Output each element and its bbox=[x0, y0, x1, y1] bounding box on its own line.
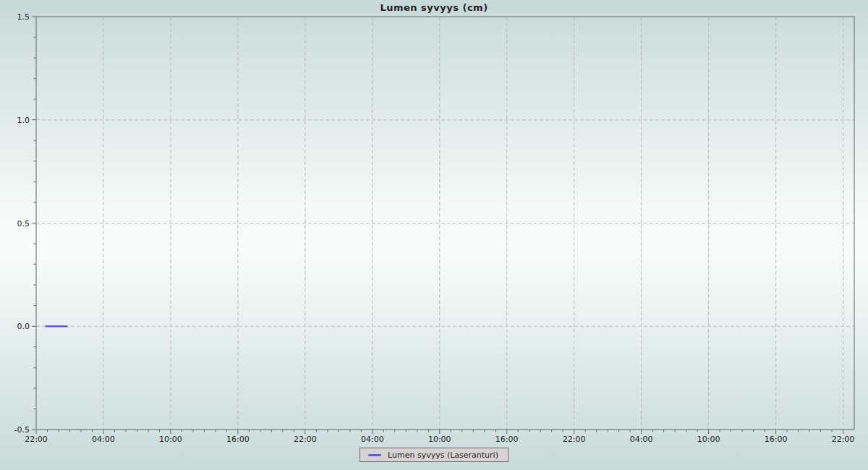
x-tick-label: 04:00 bbox=[92, 435, 115, 444]
x-tick-label: 22:00 bbox=[25, 435, 48, 444]
x-tick-label: 04:00 bbox=[361, 435, 384, 444]
y-tick-label: 0.0 bbox=[17, 322, 30, 331]
y-tick-label: 1.0 bbox=[17, 116, 30, 125]
legend-line-sample-icon bbox=[368, 454, 381, 456]
x-tick-label: 10:00 bbox=[428, 435, 451, 444]
chart-plot-svg: 22:0004:0010:0016:0022:0004:0010:0016:00… bbox=[0, 0, 868, 470]
x-tick-label: 16:00 bbox=[226, 435, 250, 444]
x-tick-label: 10:00 bbox=[159, 435, 182, 444]
y-tick-label: -0.5 bbox=[14, 425, 30, 435]
x-tick-label: 22:00 bbox=[563, 435, 586, 444]
x-tick-label: 22:00 bbox=[832, 435, 855, 444]
x-tick-label: 22:00 bbox=[294, 435, 317, 444]
x-tick-label: 16:00 bbox=[765, 435, 788, 444]
x-tick-label: 16:00 bbox=[495, 435, 519, 444]
x-tick-label: 04:00 bbox=[630, 435, 653, 444]
x-tick-label: 10:00 bbox=[697, 435, 720, 444]
legend: Lumen syvyys (Laseranturi) bbox=[359, 448, 509, 462]
y-tick-label: 0.5 bbox=[17, 219, 30, 228]
legend-label: Lumen syvyys (Laseranturi) bbox=[388, 450, 498, 460]
y-tick-label: 1.5 bbox=[17, 12, 30, 22]
